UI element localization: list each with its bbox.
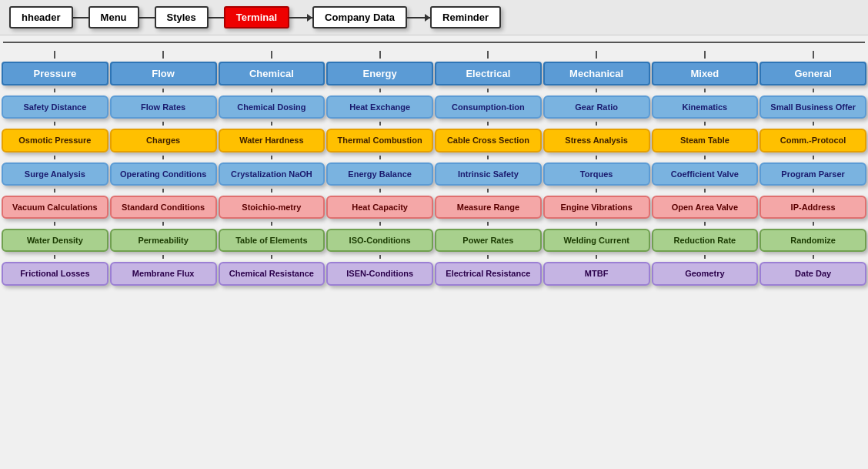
nav-box-terminal[interactable]: Terminal: [224, 6, 289, 28]
connector-1-0: [162, 89, 164, 92]
card-crystalization-naoh[interactable]: Crystalization NaOH: [219, 162, 326, 186]
nav-box-styles[interactable]: Styles: [155, 6, 209, 28]
card-consumption-tion[interactable]: Consumption-tion: [435, 95, 542, 119]
cat-header-mixed[interactable]: Mixed: [652, 62, 759, 85]
connector-6-4: [704, 222, 706, 226]
cat-header-mechanical[interactable]: Mechanical: [543, 62, 650, 85]
connector-2-2: [271, 156, 272, 159]
connector-3-1: [379, 122, 381, 126]
column-chemical: ChemicalChemical DosingWater HardnessCry…: [219, 51, 326, 286]
card-electrical-resistance[interactable]: Electrical Resistance: [435, 262, 542, 285]
nav-box-menu[interactable]: Menu: [88, 6, 139, 28]
card-operating-conditions[interactable]: Operating Conditions: [110, 162, 217, 186]
card-small-business-offer[interactable]: Small Business Offer: [760, 95, 866, 119]
connector-4-2: [487, 156, 489, 159]
nav-connector-3: [209, 17, 224, 18]
nav-box-reminder[interactable]: Reminder: [430, 6, 501, 28]
card-geometry[interactable]: Geometry: [652, 262, 759, 285]
connector-3-3: [379, 189, 381, 193]
card-randomize[interactable]: Randomize: [760, 229, 866, 252]
column-pressure: PressureSafety DistanceOsmotic PressureS…: [2, 51, 108, 286]
card-open-area-valve[interactable]: Open Area Valve: [652, 196, 759, 219]
card-intrinsic-safety[interactable]: Intrinsic Safety: [435, 162, 542, 186]
card-program-parser[interactable]: Program Parser: [760, 162, 866, 186]
nav-item-reminder[interactable]: Reminder: [430, 6, 501, 28]
cat-header-chemical[interactable]: Chemical: [219, 62, 326, 85]
connector-2-3: [271, 189, 272, 193]
card-mtbf[interactable]: MTBF: [543, 262, 650, 285]
card-flow-rates[interactable]: Flow Rates: [110, 95, 217, 119]
card-engine-vibrations[interactable]: Engine Vibrations: [543, 196, 650, 219]
connector-6-2: [704, 156, 706, 159]
top-connector-7: [813, 51, 814, 59]
card-osmotic-pressure[interactable]: Osmotic Pressure: [2, 129, 108, 152]
connector-7-3: [813, 189, 814, 193]
cat-header-energy[interactable]: Energy: [326, 62, 433, 85]
card-water-hardness[interactable]: Water Hardness: [219, 129, 326, 152]
column-general: GeneralSmall Business OfferComm.-Protoco…: [760, 51, 866, 286]
nav-connector-2: [139, 17, 155, 18]
card-date-day[interactable]: Date Day: [760, 262, 866, 285]
card-water-density[interactable]: Water Density: [2, 229, 108, 252]
card-ip-address[interactable]: IP-Address: [760, 196, 866, 219]
card-isen-conditions[interactable]: ISEN-Conditions: [326, 262, 433, 285]
card-chemical-resistance[interactable]: Chemical Resistance: [219, 262, 326, 285]
card-membrane-flux[interactable]: Membrane Flux: [110, 262, 217, 285]
connector-7-1: [813, 122, 814, 126]
nav-arrow-1: [289, 17, 312, 18]
connector-6-0: [704, 89, 706, 92]
top-connector-3: [379, 51, 381, 59]
card-frictional-losses[interactable]: Frictional Losses: [2, 262, 108, 285]
connector-1-3: [162, 189, 164, 193]
card-safety-distance[interactable]: Safety Distance: [2, 95, 108, 119]
card-welding-current[interactable]: Welding Current: [543, 229, 650, 252]
cat-header-flow[interactable]: Flow: [110, 62, 217, 85]
card-measure-range[interactable]: Measure Range: [435, 196, 542, 219]
card-power-rates[interactable]: Power Rates: [435, 229, 542, 252]
nav-box-hheader[interactable]: hheader: [9, 6, 73, 28]
card-table-of-elements[interactable]: Table of Elements: [219, 229, 326, 252]
card-permeability[interactable]: Permeability: [110, 229, 217, 252]
nav-item-styles[interactable]: Styles: [155, 6, 209, 28]
card-coefficient-valve[interactable]: Coefficient Valve: [652, 162, 759, 186]
card-torques[interactable]: Torques: [543, 162, 650, 186]
connector-4-4: [487, 222, 489, 226]
nav-item-company[interactable]: Company Data: [312, 6, 407, 28]
top-connector-6: [704, 51, 706, 59]
connector-3-0: [379, 89, 381, 92]
card-reduction-rate[interactable]: Reduction Rate: [652, 229, 759, 252]
card-comm-protocol[interactable]: Comm.-Protocol: [760, 129, 866, 152]
connector-0-4: [54, 222, 55, 226]
card-standard-conditions[interactable]: Standard Conditions: [110, 196, 217, 219]
card-kinematics[interactable]: Kinematics: [652, 95, 759, 119]
connector-2-5: [271, 255, 272, 259]
nav-item-hheader[interactable]: hheader: [9, 6, 73, 28]
connector-6-3: [704, 189, 706, 193]
connector-7-0: [813, 89, 814, 92]
card-vacuum-calculations[interactable]: Vacuum Calculations: [2, 196, 108, 219]
card-energy-balance[interactable]: Energy Balance: [326, 162, 433, 186]
card-charges[interactable]: Charges: [110, 129, 217, 152]
card-heat-exchange[interactable]: Heat Exchange: [326, 95, 433, 119]
top-connector-0: [54, 51, 55, 59]
connector-1-5: [162, 255, 164, 259]
cat-header-general[interactable]: General: [760, 62, 866, 85]
card-stress-analysis[interactable]: Stress Analysis: [543, 129, 650, 152]
nav-item-terminal[interactable]: Terminal: [224, 6, 289, 28]
connector-5-3: [596, 189, 597, 193]
connector-0-2: [54, 156, 55, 159]
card-iso-conditions[interactable]: ISO-Conditions: [326, 229, 433, 252]
card-heat-capacity[interactable]: Heat Capacity: [326, 196, 433, 219]
card-surge-analysis[interactable]: Surge Analysis: [2, 162, 108, 186]
card-stoichio-metry[interactable]: Stoichio-metry: [219, 196, 326, 219]
card-cable-cross-section[interactable]: Cable Cross Section: [435, 129, 542, 152]
card-steam-table[interactable]: Steam Table: [652, 129, 759, 152]
nav-item-menu[interactable]: Menu: [88, 6, 139, 28]
connector-4-3: [487, 189, 489, 193]
card-thermal-combustion[interactable]: Thermal Combustion: [326, 129, 433, 152]
cat-header-pressure[interactable]: Pressure: [2, 62, 108, 85]
card-gear-ratio[interactable]: Gear Ratio: [543, 95, 650, 119]
card-chemical-dosing[interactable]: Chemical Dosing: [219, 95, 326, 119]
cat-header-electrical[interactable]: Electrical: [435, 62, 542, 85]
nav-box-company[interactable]: Company Data: [312, 6, 407, 28]
